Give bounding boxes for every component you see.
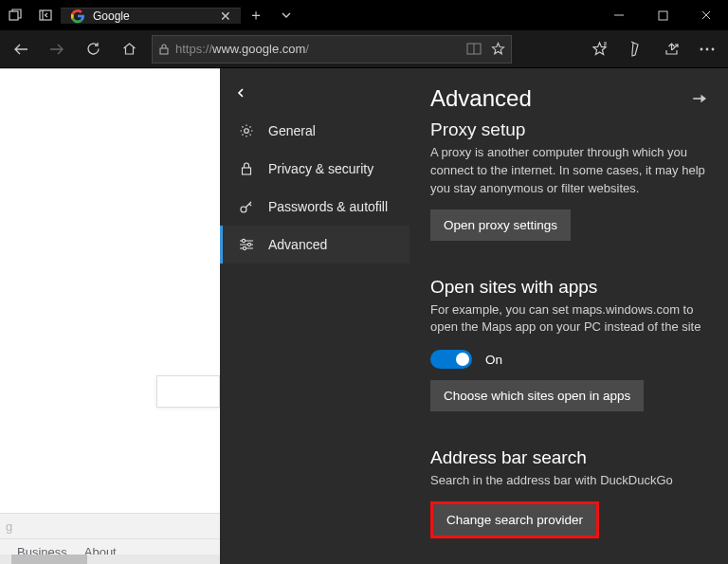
nav-passwords[interactable]: Passwords & autofill xyxy=(220,188,410,226)
tab-actions-icon[interactable] xyxy=(271,9,301,21)
footer-link[interactable]: g xyxy=(6,519,12,534)
svg-rect-0 xyxy=(9,11,18,20)
scrollbar-thumb[interactable] xyxy=(11,555,87,564)
close-window-button[interactable] xyxy=(684,0,728,30)
settings-header: Advanced xyxy=(430,85,707,112)
svg-point-6 xyxy=(706,47,709,50)
lock-icon xyxy=(238,161,255,176)
footer-row-1: g xyxy=(0,514,220,539)
section-proxy-desc: A proxy is another computer through whic… xyxy=(430,144,707,198)
tab-title: Google xyxy=(93,9,212,23)
reading-view-icon[interactable] xyxy=(466,43,482,55)
sliders-icon xyxy=(238,238,255,251)
close-tab-icon[interactable]: ✕ xyxy=(220,9,231,24)
titlebar-drag-region xyxy=(301,0,597,30)
nav-advanced[interactable]: Advanced xyxy=(220,226,410,264)
svg-point-13 xyxy=(243,246,246,249)
nav-general[interactable]: General xyxy=(220,112,410,150)
svg-point-11 xyxy=(242,239,245,242)
minimize-button[interactable] xyxy=(597,0,641,30)
titlebar: Google ✕ ＋ xyxy=(0,0,728,30)
svg-point-12 xyxy=(247,243,250,246)
home-button[interactable] xyxy=(112,32,146,66)
nav-label: Privacy & security xyxy=(268,161,373,176)
svg-rect-2 xyxy=(659,11,667,20)
refresh-button[interactable] xyxy=(76,32,110,66)
share-icon[interactable] xyxy=(654,32,688,66)
toolbar: https://www.google.com/ xyxy=(0,30,728,68)
highlight-box: Change search provider xyxy=(430,501,599,538)
section-proxy-title: Proxy setup xyxy=(430,119,707,140)
urlbar-actions xyxy=(466,42,505,56)
address-bar[interactable]: https://www.google.com/ xyxy=(152,35,512,64)
settings-main: Advanced Proxy setup A proxy is another … xyxy=(410,68,728,564)
open-proxy-settings-button[interactable]: Open proxy settings xyxy=(430,209,571,241)
horizontal-scrollbar[interactable] xyxy=(0,555,220,564)
open-sites-toggle-row: On xyxy=(430,350,707,369)
svg-point-5 xyxy=(701,47,703,50)
google-favicon-icon xyxy=(70,9,85,24)
page-google: g Business About xyxy=(0,68,220,564)
nav-label: Advanced xyxy=(268,237,327,252)
open-sites-toggle[interactable] xyxy=(430,350,472,369)
settings-back-button[interactable] xyxy=(220,82,410,112)
url-text: https://www.google.com/ xyxy=(175,42,461,56)
pin-icon[interactable] xyxy=(692,92,707,105)
notes-icon[interactable] xyxy=(618,32,652,66)
svg-point-7 xyxy=(712,47,715,50)
change-search-provider-button[interactable]: Change search provider xyxy=(433,504,596,536)
svg-rect-9 xyxy=(243,168,251,174)
toggle-label: On xyxy=(485,353,502,367)
favorites-hub-icon[interactable] xyxy=(582,32,616,66)
set-aside-tabs-icon[interactable] xyxy=(30,9,61,21)
svg-point-8 xyxy=(245,129,249,134)
nav-label: Passwords & autofill xyxy=(268,199,388,214)
new-tab-button[interactable]: ＋ xyxy=(241,6,271,26)
key-icon xyxy=(238,199,255,214)
settings-nav: General Privacy & security Passwords & a… xyxy=(220,68,410,564)
tabs-overview-icon[interactable] xyxy=(0,9,30,22)
lock-icon xyxy=(158,43,170,56)
more-menu-icon[interactable] xyxy=(690,32,724,66)
nav-privacy[interactable]: Privacy & security xyxy=(220,150,410,188)
section-opensites-desc: For example, you can set maps.windows.co… xyxy=(430,301,707,337)
content-area: g Business About General Privacy & secur… xyxy=(0,68,728,564)
browser-tab[interactable]: Google ✕ xyxy=(61,8,241,24)
section-address-title: Address bar search xyxy=(430,447,707,468)
nav-label: General xyxy=(268,123,316,138)
titlebar-left: Google ✕ ＋ xyxy=(0,0,301,30)
gear-icon xyxy=(238,123,255,138)
favorite-star-icon[interactable] xyxy=(491,42,505,56)
google-footer: g Business About xyxy=(0,513,220,564)
settings-panel: General Privacy & security Passwords & a… xyxy=(220,68,728,564)
toggle-knob xyxy=(456,353,469,366)
svg-rect-3 xyxy=(160,48,168,54)
settings-page-title: Advanced xyxy=(430,85,532,112)
section-opensites-title: Open sites with apps xyxy=(430,277,707,298)
choose-sites-button[interactable]: Choose which sites open in apps xyxy=(430,380,644,411)
google-search-input[interactable] xyxy=(156,375,220,408)
forward-button[interactable] xyxy=(40,32,74,66)
maximize-button[interactable] xyxy=(641,0,684,30)
back-button[interactable] xyxy=(4,32,38,66)
section-address-desc: Search in the address bar with DuckDuckG… xyxy=(430,472,707,490)
